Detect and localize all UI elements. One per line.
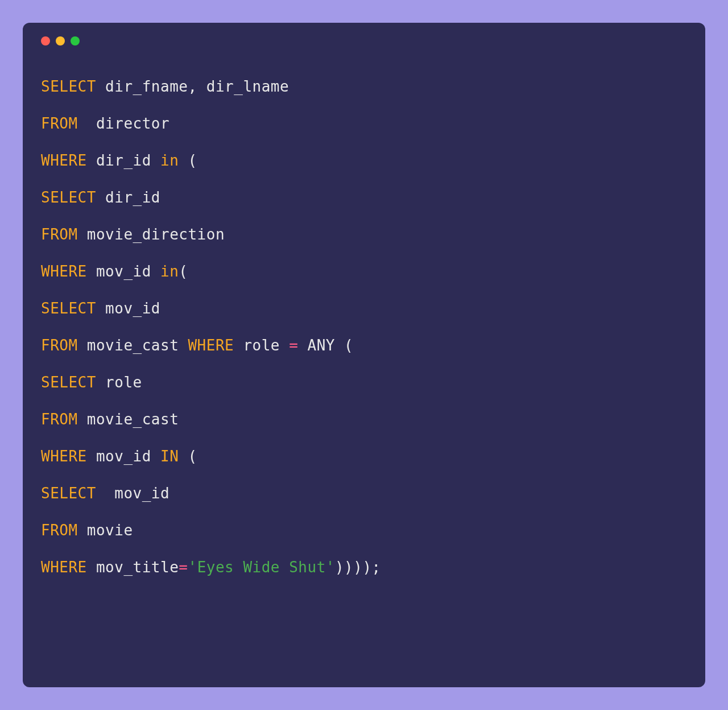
code-line: WHERE mov_id IN ( (41, 438, 687, 475)
code-token-identifier: mov_id (96, 485, 179, 502)
code-token-identifier: mov_id (87, 448, 160, 465)
code-token-keyword: SELECT (41, 78, 96, 95)
code-token-equals: = (289, 337, 298, 354)
code-token-equals: = (179, 559, 188, 576)
code-token-identifier: movie_cast (78, 411, 188, 428)
code-token-keyword: FROM (41, 411, 78, 428)
code-line: WHERE dir_id in ( (41, 142, 687, 179)
code-token-identifier: dir_id (87, 152, 160, 169)
code-line: SELECT dir_fname, dir_lname (41, 68, 687, 105)
code-token-punct: )))); (335, 559, 381, 576)
code-line: FROM movie_cast WHERE role = ANY ( (41, 327, 687, 364)
code-token-keyword: WHERE (41, 263, 87, 280)
code-token-identifier: movie_cast (78, 337, 188, 354)
code-token-identifier: movie_direction (78, 226, 225, 243)
code-line: FROM movie_cast (41, 401, 687, 438)
code-token-keyword: SELECT (41, 374, 96, 391)
code-token-keyword: WHERE (41, 559, 87, 576)
code-token-punct: ( (179, 263, 188, 280)
code-line: FROM movie_direction (41, 216, 687, 253)
code-token-punct: ( (179, 152, 197, 169)
code-line: WHERE mov_id in( (41, 253, 687, 290)
code-token-identifier: mov_title (87, 559, 179, 576)
code-token-identifier: mov_id (96, 300, 169, 317)
code-token-keyword: SELECT (41, 300, 96, 317)
code-token-identifier: dir_lname (197, 78, 289, 95)
code-token-identifier: director (78, 115, 170, 132)
code-window: SELECT dir_fname, dir_lnameFROM director… (23, 23, 705, 687)
code-token-punct: , (188, 78, 197, 95)
code-token-identifier: dir_id (96, 189, 169, 206)
code-line: FROM director (41, 105, 687, 142)
code-content: SELECT dir_fname, dir_lnameFROM director… (41, 68, 687, 586)
code-line: SELECT mov_id (41, 475, 687, 512)
code-token-identifier: movie (78, 522, 142, 539)
code-token-identifier: mov_id (87, 263, 160, 280)
code-token-identifier: dir_fname (96, 78, 188, 95)
code-token-keyword: FROM (41, 226, 78, 243)
code-token-in-keyword: in (160, 263, 179, 280)
code-token-keyword: IN (160, 448, 179, 465)
code-token-identifier: role (96, 374, 151, 391)
minimize-icon[interactable] (56, 36, 65, 46)
code-token-in-keyword: in (160, 152, 179, 169)
code-line: SELECT dir_id (41, 179, 687, 216)
code-token-keyword: WHERE (41, 448, 87, 465)
traffic-lights (41, 36, 687, 46)
code-token-keyword: FROM (41, 337, 78, 354)
code-token-keyword: WHERE (41, 152, 87, 169)
code-token-punct: ( (344, 337, 353, 354)
code-token-keyword: SELECT (41, 189, 96, 206)
code-token-any-keyword: ANY (298, 337, 344, 354)
code-token-identifier: role (234, 337, 289, 354)
close-icon[interactable] (41, 36, 50, 46)
code-token-string: 'Eyes Wide Shut' (188, 559, 334, 576)
code-token-keyword: WHERE (188, 337, 234, 354)
code-token-keyword: FROM (41, 522, 78, 539)
code-line: SELECT role (41, 364, 687, 401)
code-line: WHERE mov_title='Eyes Wide Shut')))); (41, 549, 687, 586)
maximize-icon[interactable] (71, 36, 80, 46)
code-line: SELECT mov_id (41, 290, 687, 327)
code-token-punct: ( (179, 448, 197, 465)
code-token-keyword: FROM (41, 115, 78, 132)
code-line: FROM movie (41, 512, 687, 549)
code-token-keyword: SELECT (41, 485, 96, 502)
